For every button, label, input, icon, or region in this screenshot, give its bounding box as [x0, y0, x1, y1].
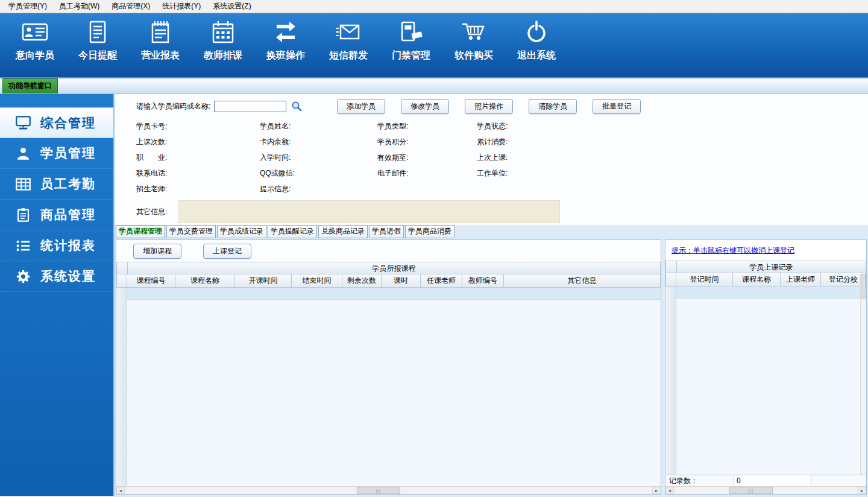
col-branch: 登记分校: [820, 273, 866, 286]
right-click-tip: 提示：单击鼠标右键可以撤消上课登记: [671, 245, 794, 256]
record-table-body: [665, 286, 866, 475]
record-footer-spacer: [811, 475, 866, 486]
toolbar-software-purchase[interactable]: 软件购买: [442, 19, 505, 62]
toolbar-label: 门禁管理: [392, 49, 430, 62]
info-grid: 学员卡号: 学员姓名: 学员类型: 学员状态: 上课次数: 卡内余额: 学员积分…: [115, 118, 868, 197]
sidebar: 综合管理 学员管理 员工考勤 商品管理 统计报表 系统设置: [0, 94, 113, 496]
scroll-left-arrow[interactable]: ◄: [665, 487, 674, 494]
scroll-thumb[interactable]: |||: [357, 487, 400, 494]
toolbar-today-reminders[interactable]: 今日提醒: [66, 19, 129, 62]
col-teacher-id: 教师编号: [462, 274, 504, 288]
sidebar-item-label: 统计报表: [40, 237, 96, 254]
main-body: 综合管理 学员管理 员工考勤 商品管理 统计报表 系统设置 请输入学员编码或名称…: [0, 94, 868, 496]
sidebar-item-attendance[interactable]: 员工考勤: [0, 169, 113, 200]
toolbar-teacher-schedule[interactable]: 教师排课: [192, 19, 254, 62]
gear-icon: [15, 269, 31, 284]
row-selector-column: [665, 273, 676, 286]
course-buttons-row: 增加课程 上课登记: [116, 240, 661, 262]
toolbar: 意向学员 今日提醒 营业报表 教师排课 换班操作 短信群发 门禁: [0, 13, 868, 78]
sidebar-item-students[interactable]: 学员管理: [0, 138, 113, 169]
tab-reminder-records[interactable]: 学员提醒记录: [268, 225, 317, 238]
scroll-thumb[interactable]: |||: [729, 487, 773, 494]
sidebar-item-comprehensive[interactable]: 综合管理: [0, 107, 113, 138]
search-label: 请输入学员编码或名称:: [136, 101, 210, 112]
student-info-panel: 请输入学员编码或名称: 添加学员 修改学员 照片操作 清除学员 批量登记 学员卡…: [115, 94, 868, 226]
label-email: 电子邮件:: [377, 168, 477, 179]
row-selector-header: [116, 262, 127, 274]
document-icon: [83, 19, 112, 45]
scroll-track[interactable]: |||: [125, 487, 652, 494]
label-last-class: 上次上课:: [477, 153, 868, 163]
record-horizontal-scrollbar[interactable]: ◄ ||| ►: [665, 486, 866, 494]
col-teacher: 任课老师: [420, 274, 462, 288]
power-icon: [522, 19, 551, 45]
clear-student-button[interactable]: 清除学员: [529, 99, 577, 114]
sidebar-item-products[interactable]: 商品管理: [0, 200, 113, 230]
app-window: { "colors": { "toolbar_blue": "#1566b8",…: [0, 0, 868, 497]
col-other-info: 其它信息: [503, 274, 661, 288]
toolbar-business-report[interactable]: 营业报表: [129, 19, 192, 62]
swap-arrows-icon: [271, 19, 300, 45]
toolbar-label: 教师排课: [204, 49, 242, 62]
scroll-right-arrow[interactable]: ►: [858, 487, 866, 494]
label-valid-until: 有效期至:: [377, 153, 477, 163]
photo-ops-button[interactable]: 照片操作: [465, 99, 513, 114]
tab-exchange-records[interactable]: 兑换商品记录: [318, 225, 368, 238]
label-recruiter: 招生老师:: [136, 184, 260, 194]
toolbar-sms-bulk[interactable]: 短信群发: [317, 19, 380, 62]
col-course-id: 课程编号: [127, 274, 175, 288]
tab-leave[interactable]: 学员请假: [369, 225, 404, 238]
course-table-columns: 课程编号 课程名称 开课时间 结束时间 剩余次数 课时 任课老师 教师编号 其它…: [116, 274, 661, 288]
tab-course-mgmt[interactable]: 学员课程管理: [116, 225, 165, 238]
tab-grade-records[interactable]: 学员成绩记录: [217, 225, 266, 238]
search-icon[interactable]: [291, 100, 303, 112]
sidebar-item-settings[interactable]: 系统设置: [0, 261, 113, 292]
edit-student-button[interactable]: 修改学员: [401, 99, 449, 114]
scroll-left-arrow[interactable]: ◄: [116, 487, 125, 494]
content-area: 请输入学员编码或名称: 添加学员 修改学员 照片操作 清除学员 批量登记 学员卡…: [113, 94, 868, 496]
label-total-spent: 累计消费:: [477, 137, 868, 147]
record-panel: 提示：单击鼠标右键可以撤消上课登记 学员上课记录 登记时间 课程名称 上课老师 …: [665, 239, 867, 495]
label-class-count: 上课次数:: [136, 137, 260, 147]
label-type: 学员类型:: [377, 121, 477, 131]
menu-stats-report[interactable]: 统计报表(Y): [156, 0, 207, 13]
person-icon: [15, 146, 31, 161]
toolbar-access-control[interactable]: 门禁管理: [380, 19, 442, 62]
toolbar-label: 今日提醒: [78, 49, 117, 62]
row-selector-strip: [116, 288, 127, 486]
record-table-rows[interactable]: [676, 286, 866, 475]
menu-product-mgmt[interactable]: 商品管理(X): [105, 0, 156, 13]
sidebar-item-label: 员工考勤: [40, 176, 96, 192]
toolbar-shift-change[interactable]: 换班操作: [254, 19, 317, 62]
add-student-button[interactable]: 添加学员: [337, 99, 385, 114]
tab-payment-mgmt[interactable]: 学员交费管理: [166, 225, 216, 238]
nav-window-tab[interactable]: 功能导航窗口: [2, 78, 58, 93]
toolbar-intent-students[interactable]: 意向学员: [4, 19, 66, 62]
empty-selected-row[interactable]: [127, 288, 661, 300]
batch-register-button[interactable]: 批量登记: [593, 99, 641, 114]
toolbar-exit-system[interactable]: 退出系统: [505, 19, 568, 62]
course-table-rows[interactable]: [127, 288, 661, 486]
menu-student-mgmt[interactable]: 学员管理(Y): [2, 0, 53, 13]
scroll-track[interactable]: |||: [674, 487, 858, 494]
menu-system-settings[interactable]: 系统设置(Z): [207, 0, 257, 13]
record-vertical-scrollbar[interactable]: [860, 274, 866, 475]
cart-icon: [459, 19, 488, 45]
class-register-button[interactable]: 上课登记: [203, 244, 251, 259]
sidebar-item-reports[interactable]: 统计报表: [0, 230, 113, 261]
student-search-input[interactable]: [214, 101, 286, 112]
toolbar-label: 营业报表: [141, 49, 180, 62]
menu-staff-attendance[interactable]: 员工考勤(W): [53, 0, 105, 13]
add-course-button[interactable]: 增加课程: [133, 244, 181, 259]
vertical-scroll-thumb[interactable]: [861, 274, 866, 299]
scroll-right-arrow[interactable]: ►: [652, 487, 661, 494]
other-info-box[interactable]: [178, 200, 560, 223]
sidebar-item-label: 商品管理: [40, 206, 96, 223]
tab-product-consumption[interactable]: 学员商品消费: [405, 225, 454, 238]
label-hint: 提示信息:: [260, 184, 377, 194]
id-card-icon: [20, 19, 49, 45]
notepad-icon: [146, 19, 175, 45]
course-horizontal-scrollbar[interactable]: ◄ ||| ►: [116, 486, 661, 494]
empty-selected-row[interactable]: [676, 286, 866, 299]
label-name: 学员姓名:: [260, 121, 377, 131]
